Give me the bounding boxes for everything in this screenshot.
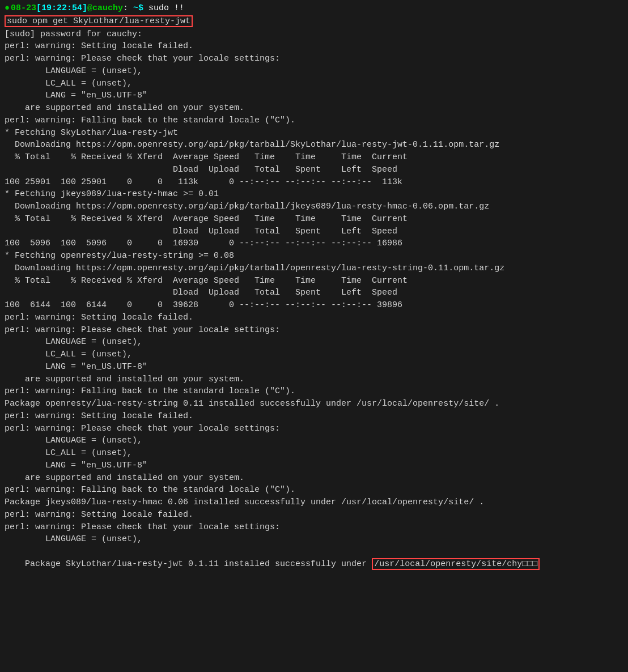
- output-line-25: LANGUAGE = (unset),: [5, 336, 623, 348]
- terminal: ● 08-23 [19:22:54] @cauchy : ~$ sudo !! …: [0, 0, 628, 585]
- output-line-2: perl: warning: Please check that your lo…: [5, 53, 623, 65]
- output-line-37: perl: warning: Falling back to the stand…: [5, 484, 623, 496]
- output-line-9: Downloading https://opm.openresty.org/ap…: [5, 139, 623, 151]
- output-line-26: LC_ALL = (unset),: [5, 348, 623, 361]
- output-line-23: perl: warning: Setting locale failed.: [5, 312, 623, 324]
- output-line-18: * Fetching openresty/lua-resty-string >=…: [5, 250, 623, 262]
- install-path-highlight: /usr/local/openresty/site/chy□□□: [372, 558, 540, 570]
- output-line-12: 100 25901 100 25901 0 0 113k 0 --:--:-- …: [5, 176, 623, 189]
- output-line-40: perl: warning: Please check that your lo…: [5, 521, 623, 534]
- output-line-0: [sudo] password for cauchy:: [5, 28, 623, 41]
- output-line-6: are supported and installed on your syst…: [5, 102, 623, 114]
- output-line-22: 100 6144 100 6144 0 0 39628 0 --:--:-- -…: [5, 299, 623, 312]
- last-line-text: Package SkyLothar/lua-resty-jwt 0.1.11 i…: [25, 559, 372, 569]
- output-line-34: LC_ALL = (unset),: [5, 447, 623, 460]
- output-line-27: LANG = "en_US.UTF-8": [5, 361, 623, 373]
- command-line: sudo opm get SkyLothar/lua-resty-jwt: [5, 15, 623, 28]
- output-line-28: are supported and installed on your syst…: [5, 373, 623, 386]
- output-line-30: Package openresty/lua-resty-string 0.11 …: [5, 398, 623, 410]
- output-line-4: LC_ALL = (unset),: [5, 78, 623, 90]
- output-line-20: % Total % Received % Xferd Average Speed…: [5, 275, 623, 287]
- prompt-user: @cauchy: [87, 2, 123, 15]
- output-line-17: 100 5096 100 5096 0 0 16930 0 --:--:-- -…: [5, 237, 623, 250]
- output-line-5: LANG = "en_US.UTF-8": [5, 90, 623, 102]
- output-line-1: perl: warning: Setting locale failed.: [5, 40, 623, 53]
- output-line-14: Downloading https://opm.openresty.org/ap…: [5, 201, 623, 213]
- output-line-41: LANGUAGE = (unset),: [5, 533, 623, 546]
- output-line-38: Package jkeys089/lua-resty-hmac 0.06 ins…: [5, 496, 623, 509]
- prompt-time: [19:22:54]: [36, 2, 87, 15]
- prompt-cmd1: sudo !!: [148, 2, 184, 15]
- command-highlighted: sudo opm get SkyLothar/lua-resty-jwt: [5, 15, 193, 27]
- output-line-24: perl: warning: Please check that your lo…: [5, 324, 623, 337]
- prompt-date: 08-23: [11, 2, 36, 15]
- output-line-32: perl: warning: Please check that your lo…: [5, 423, 623, 435]
- output-line-15: % Total % Received % Xferd Average Speed…: [5, 213, 623, 226]
- output-line-13: * Fetching jkeys089/lua-resty-hmac >= 0.…: [5, 188, 623, 201]
- prompt-line-1: ● 08-23 [19:22:54] @cauchy : ~$ sudo !!: [5, 2, 623, 15]
- output-line-16: Dload Upload Total Spent Left Speed: [5, 226, 623, 238]
- output-line-10: % Total % Received % Xferd Average Speed…: [5, 151, 623, 164]
- output-line-11: Dload Upload Total Spent Left Speed: [5, 164, 623, 176]
- output-line-35: LANG = "en_US.UTF-8": [5, 460, 623, 472]
- prompt-dot: ●: [5, 2, 10, 15]
- prompt-dir: ~$: [128, 2, 148, 15]
- output-line-36: are supported and installed on your syst…: [5, 472, 623, 484]
- output-line-31: perl: warning: Setting locale failed.: [5, 410, 623, 423]
- output-line-19: Downloading https://opm.openresty.org/ap…: [5, 262, 623, 275]
- output-line-29: perl: warning: Falling back to the stand…: [5, 385, 623, 398]
- output-line-3: LANGUAGE = (unset),: [5, 65, 623, 78]
- output-line-39: perl: warning: Setting locale failed.: [5, 509, 623, 521]
- output-line-33: LANGUAGE = (unset),: [5, 435, 623, 447]
- prompt-sep: :: [123, 2, 128, 15]
- output-line-21: Dload Upload Total Spent Left Speed: [5, 287, 623, 299]
- output-line-8: * Fetching SkyLothar/lua-resty-jwt: [5, 127, 623, 139]
- output-last-line: Package SkyLothar/lua-resty-jwt 0.1.11 i…: [5, 546, 623, 582]
- output-line-7: perl: warning: Falling back to the stand…: [5, 114, 623, 127]
